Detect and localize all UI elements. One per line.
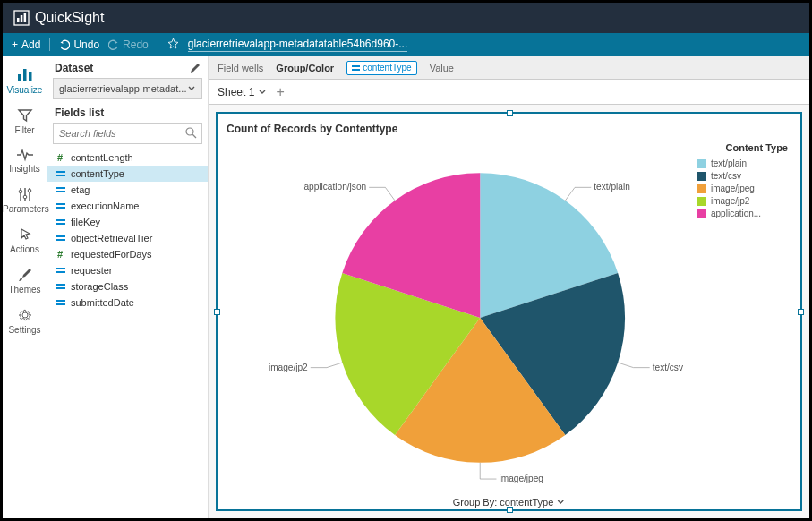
add-sheet-button[interactable]: + <box>276 84 284 100</box>
rail-settings[interactable]: Settings <box>3 302 47 342</box>
field-requestedForDays[interactable]: #requestedForDays <box>47 246 208 262</box>
plus-icon: + <box>12 38 18 51</box>
funnel-icon <box>17 107 33 124</box>
slice-label: application/json <box>303 182 366 192</box>
field-contentLength[interactable]: #contentLength <box>47 149 208 166</box>
visual-container[interactable]: Count of Records by Contenttype text/pla… <box>216 112 802 511</box>
brush-icon <box>17 267 33 283</box>
field-label: objectRetrievalTier <box>71 233 152 243</box>
svg-rect-13 <box>56 187 65 189</box>
legend-item[interactable]: text/csv <box>697 171 791 181</box>
svg-rect-26 <box>56 303 65 305</box>
resize-handle-n[interactable] <box>507 110 513 116</box>
divider <box>158 38 158 51</box>
legend-swatch <box>697 209 706 218</box>
field-label: submittedDate <box>71 297 134 308</box>
svg-rect-19 <box>56 235 65 237</box>
svg-rect-2 <box>21 15 23 22</box>
rail-themes[interactable]: Themes <box>3 261 47 302</box>
text-type-icon <box>55 217 65 227</box>
favorite-button[interactable] <box>167 38 179 52</box>
rail-insights[interactable]: Insights <box>3 142 47 181</box>
legend-title: Content Type <box>697 142 791 153</box>
fields-panel: Dataset glacierretrievalapp-metadat... F… <box>47 56 209 518</box>
app-name: QuickSight <box>35 10 104 26</box>
svg-point-7 <box>19 190 22 193</box>
number-type-icon: # <box>55 249 65 260</box>
field-requester[interactable]: requester <box>47 262 208 278</box>
fields-list: #contentLengthcontentTypeetagexecutionNa… <box>47 149 208 518</box>
pencil-icon[interactable] <box>190 63 201 73</box>
field-etag[interactable]: etag <box>47 182 208 198</box>
svg-rect-18 <box>56 223 65 225</box>
field-executionName[interactable]: executionName <box>47 198 208 214</box>
rail-visualize[interactable]: Visualize <box>3 62 47 102</box>
pointer-icon <box>17 226 33 243</box>
svg-point-10 <box>186 128 193 135</box>
field-label: executionName <box>71 201 139 211</box>
titlebar: QuickSight <box>3 3 809 33</box>
toolbar: + Add Undo Redo glacierretrievalapp-meta… <box>3 33 809 56</box>
legend-item[interactable]: image/jpeg <box>697 184 791 193</box>
quicksight-logo-icon <box>13 10 30 26</box>
legend-swatch <box>697 159 706 168</box>
text-type-icon <box>55 168 65 179</box>
tab-sheet1[interactable]: Sheet 1 <box>218 86 267 98</box>
document-name[interactable]: glacierretrievalapp-metadatatable54b6d96… <box>188 38 408 52</box>
visualize-icon <box>16 67 34 83</box>
undo-button[interactable]: Undo <box>59 38 99 51</box>
svg-rect-22 <box>56 271 65 273</box>
gear-icon <box>17 307 33 323</box>
field-label: etag <box>71 184 90 195</box>
legend-swatch <box>697 172 706 181</box>
svg-rect-15 <box>56 203 65 205</box>
field-label: requestedForDays <box>71 249 152 260</box>
rail-filter[interactable]: Filter <box>3 102 47 142</box>
legend: Content Type text/plaintext/csvimage/jpe… <box>697 135 791 500</box>
dataset-select[interactable]: glacierretrievalapp-metadat... <box>53 78 202 99</box>
legend-item[interactable]: application... <box>697 209 791 218</box>
legend-swatch <box>697 197 706 206</box>
resize-handle-w[interactable] <box>214 309 220 315</box>
redo-button[interactable]: Redo <box>108 38 149 51</box>
field-wells-label: Field wells <box>218 63 263 73</box>
legend-item[interactable]: image/jp2 <box>697 196 791 206</box>
text-type-icon <box>55 297 65 308</box>
group-color-pill[interactable]: contentType <box>346 61 416 75</box>
svg-rect-14 <box>56 191 65 192</box>
field-storageClass[interactable]: storageClass <box>47 278 208 295</box>
svg-rect-3 <box>24 13 27 22</box>
svg-rect-23 <box>56 284 65 286</box>
visual-title: Count of Records by Contenttype <box>227 123 791 135</box>
legend-label: application... <box>711 209 761 218</box>
undo-label: Undo <box>73 38 99 51</box>
legend-item[interactable]: text/plain <box>697 158 791 168</box>
rail-actions[interactable]: Actions <box>3 221 47 261</box>
svg-rect-25 <box>56 300 65 302</box>
svg-rect-20 <box>56 239 65 241</box>
rail-parameters[interactable]: Parameters <box>3 181 47 221</box>
field-objectRetrievalTier[interactable]: objectRetrievalTier <box>47 230 208 246</box>
text-type-icon <box>55 184 65 195</box>
svg-rect-12 <box>56 175 65 176</box>
field-label: requester <box>71 265 112 276</box>
rail-label: Filter <box>14 125 34 135</box>
field-wells: Field wells Group/Color contentType Valu… <box>209 56 809 80</box>
star-icon <box>167 38 179 49</box>
undo-icon <box>59 39 70 50</box>
add-button[interactable]: + Add <box>12 38 40 51</box>
field-contentType[interactable]: contentType <box>47 166 208 182</box>
resize-handle-s[interactable] <box>507 507 513 513</box>
rail-label: Settings <box>8 325 40 335</box>
group-by-footer[interactable]: Group By: contentType <box>453 497 566 508</box>
svg-rect-16 <box>56 207 65 209</box>
svg-rect-1 <box>17 18 20 22</box>
field-fileKey[interactable]: fileKey <box>47 214 208 230</box>
resize-handle-e[interactable] <box>798 309 804 315</box>
field-label: contentLength <box>71 152 133 163</box>
field-submittedDate[interactable]: submittedDate <box>47 295 208 311</box>
svg-rect-28 <box>352 69 360 71</box>
pie-chart: text/plaintext/csvimage/jpegimage/jp2app… <box>227 135 697 500</box>
search-fields-input[interactable] <box>53 123 202 144</box>
dataset-value: glacierretrievalapp-metadat... <box>59 83 186 94</box>
